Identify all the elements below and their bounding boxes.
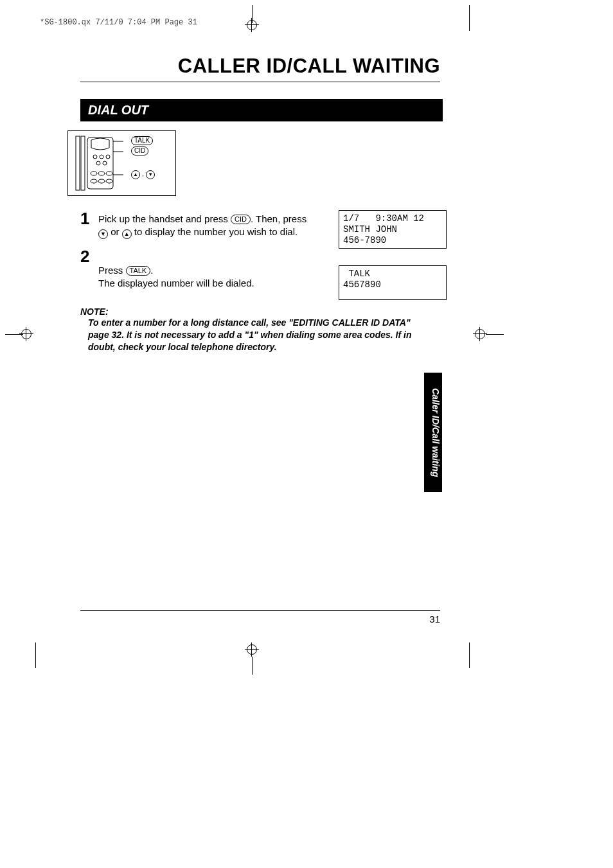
handset-illustration xyxy=(73,135,123,191)
text: or xyxy=(108,226,122,237)
svg-point-12 xyxy=(98,179,105,183)
note-body: To enter a number for a long distance ca… xyxy=(88,317,422,353)
steps-area: 1/7 9:30AM 12 SMITH JOHN 456-7890 TALK 4… xyxy=(80,210,440,290)
talk-button-label: TALK xyxy=(131,136,153,145)
note-label: NOTE: xyxy=(80,306,440,317)
page-footer: 31 xyxy=(80,610,440,624)
svg-point-9 xyxy=(98,172,105,175)
svg-point-8 xyxy=(91,172,97,175)
svg-point-4 xyxy=(100,155,103,159)
lcd-display-1: 1/7 9:30AM 12 SMITH JOHN 456-7890 xyxy=(339,210,447,249)
svg-rect-1 xyxy=(81,136,85,190)
talk-button-inline: TALK xyxy=(126,266,151,276)
text: Pick up the handset and press xyxy=(98,213,231,224)
step-text: Press TALK. The displayed number will be… xyxy=(98,248,317,290)
svg-point-7 xyxy=(103,161,107,165)
step-text: Pick up the handset and press CID. Then,… xyxy=(98,210,317,239)
register-mark xyxy=(473,327,487,341)
section-tab: Caller ID/Call waiting xyxy=(424,373,442,492)
step-number: 1 xyxy=(80,210,98,227)
arrow-labels: ▲ , ▼ xyxy=(131,170,155,179)
down-arrow-icon: ▼ xyxy=(98,229,108,239)
crop-mark xyxy=(469,5,470,31)
text: . Then, press xyxy=(251,213,306,224)
text: Press xyxy=(98,265,126,276)
crop-mark xyxy=(469,642,470,668)
print-slug: *SG-1800.qx 7/11/0 7:04 PM Page 31 xyxy=(40,18,197,27)
footer-rule xyxy=(80,610,440,611)
handset-diagram: TALK CID ▲ , ▼ xyxy=(67,130,176,196)
svg-rect-0 xyxy=(76,136,80,190)
page-number: 31 xyxy=(80,614,440,624)
svg-point-5 xyxy=(106,155,110,159)
text: to display the number you wish to dial. xyxy=(132,226,298,237)
crop-mark xyxy=(486,334,504,335)
register-mark xyxy=(19,327,33,341)
register-mark xyxy=(245,18,259,32)
step-number: 2 xyxy=(80,248,98,265)
lcd-display-2: TALK 4567890 xyxy=(339,265,447,300)
section-heading: DIAL OUT xyxy=(80,99,443,121)
crop-mark xyxy=(35,642,36,668)
up-arrow-icon: ▲ xyxy=(131,170,140,179)
up-arrow-icon: ▲ xyxy=(122,229,132,239)
page-title: CALLER ID/CALL WAITING xyxy=(80,55,440,78)
svg-point-6 xyxy=(96,161,100,165)
svg-point-13 xyxy=(106,179,112,183)
title-rule xyxy=(80,82,440,82)
cid-button-inline: CID xyxy=(231,215,251,224)
svg-point-11 xyxy=(91,179,97,183)
svg-point-3 xyxy=(93,155,97,159)
register-mark xyxy=(245,642,259,657)
down-arrow-icon: ▼ xyxy=(146,170,155,179)
page-content: CALLER ID/CALL WAITING DIAL OUT TALK CID xyxy=(80,55,440,353)
crop-mark xyxy=(252,657,253,675)
svg-point-10 xyxy=(106,172,112,175)
cid-button-label: CID xyxy=(131,146,148,155)
